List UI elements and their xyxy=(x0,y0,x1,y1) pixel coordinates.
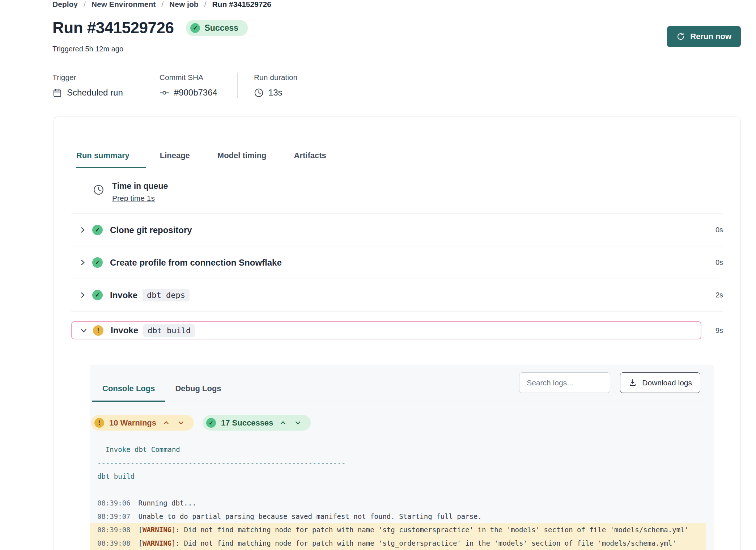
breadcrumb-deploy[interactable]: Deploy xyxy=(52,0,78,9)
meta-commit: Commit SHA #900b7364 xyxy=(143,73,237,98)
successes-count: 17 Successes xyxy=(221,418,273,428)
tab-lineage[interactable]: Lineage xyxy=(146,151,203,168)
run-tabs: Run summary Lineage Model timing Artifac… xyxy=(76,151,719,168)
log-line: 08:39:07Unable to do partial parsing bec… xyxy=(90,510,706,523)
meta-trigger-label: Trigger xyxy=(52,73,123,82)
step-invoke-dbt-deps[interactable]: ✓ Invoke dbt deps 2s xyxy=(71,279,723,312)
step-duration: 2s xyxy=(706,291,723,299)
meta-duration: Run duration 13s xyxy=(237,73,317,98)
step-title: Clone git repository xyxy=(110,225,192,235)
refresh-icon xyxy=(676,32,685,41)
check-circle-icon: ✓ xyxy=(190,23,200,33)
prep-time-link[interactable]: Prep time 1s xyxy=(112,194,155,203)
successes-prev-button[interactable] xyxy=(278,421,288,425)
tab-debug-logs[interactable]: Debug Logs xyxy=(165,384,231,402)
page-title: Run #341529726 xyxy=(52,19,174,37)
warnings-next-button[interactable] xyxy=(176,421,186,425)
log-timestamp: 08:39:08 xyxy=(97,539,131,547)
warnings-badge: ! 10 Warnings xyxy=(91,415,194,431)
log-command: dbt build xyxy=(90,470,714,483)
step-clone-git-repository[interactable]: ✓ Clone git repository 0s xyxy=(71,214,723,246)
meta-trigger: Trigger Scheduled run xyxy=(52,73,143,98)
download-icon xyxy=(628,378,637,387)
breadcrumb-separator: / xyxy=(204,0,207,9)
chevron-down-icon[interactable] xyxy=(81,328,93,333)
logs-panel: Download logs Console Logs Debug Logs ! … xyxy=(90,365,714,550)
step-title: Invoke xyxy=(111,325,138,335)
log-command-header: Invoke dbt Command xyxy=(90,443,714,456)
breadcrumb-run: Run #341529726 xyxy=(212,0,271,9)
breadcrumb-environment[interactable]: New Environment xyxy=(92,0,156,9)
breadcrumb: Deploy / New Environment / New job / Run… xyxy=(52,0,271,9)
clock-icon xyxy=(93,184,104,203)
step-command-chip: dbt build xyxy=(143,324,195,337)
status-badge-label: Success xyxy=(204,23,238,33)
triggered-timestamp: Triggered 5h 12m ago xyxy=(52,45,123,53)
log-message: Running dbt... xyxy=(139,499,196,507)
run-summary-card: Run summary Lineage Model timing Artifac… xyxy=(54,117,741,550)
step-create-profile[interactable]: ✓ Create profile from connection Snowfla… xyxy=(71,246,723,279)
download-logs-button[interactable]: Download logs xyxy=(620,372,700,393)
search-logs-input[interactable] xyxy=(519,372,610,393)
run-steps-list: ✓ Clone git repository 0s ✓ Create profi… xyxy=(71,214,723,349)
log-output[interactable]: Invoke dbt Command ---------------------… xyxy=(90,443,714,550)
warnings-count: 10 Warnings xyxy=(109,418,156,428)
tab-artifacts[interactable]: Artifacts xyxy=(281,151,340,168)
meta-trigger-value: Scheduled run xyxy=(67,88,123,98)
meta-commit-label: Commit SHA xyxy=(160,73,217,82)
breadcrumb-separator: / xyxy=(161,0,163,9)
success-check-icon: ✓ xyxy=(92,290,103,300)
success-check-icon: ✓ xyxy=(92,225,103,235)
time-in-queue-section: Time in queue Prep time 1s xyxy=(71,181,723,214)
time-in-queue-title: Time in queue xyxy=(112,181,168,191)
log-message: Did not find matching node for patch wit… xyxy=(184,539,676,547)
rerun-now-button[interactable]: Rerun now xyxy=(667,26,741,47)
step-command-chip: dbt deps xyxy=(143,289,190,301)
step-duration: 9s xyxy=(706,326,723,335)
run-detail-page: Deploy / New Environment / New job / Run… xyxy=(0,0,756,550)
meta-duration-label: Run duration xyxy=(254,73,297,82)
warnings-prev-button[interactable] xyxy=(161,421,171,425)
log-message: Unable to do partial parsing because sav… xyxy=(139,512,482,520)
step-title: Create profile from connection Snowflake xyxy=(110,258,282,268)
warning-icon: ! xyxy=(93,325,103,336)
successes-next-button[interactable] xyxy=(293,421,303,425)
warning-icon: ! xyxy=(94,418,104,428)
status-badge: ✓ Success xyxy=(186,20,247,36)
successes-badge: ✓ 17 Successes xyxy=(203,415,311,431)
commit-icon xyxy=(160,88,169,98)
tab-run-summary[interactable]: Run summary xyxy=(76,151,146,168)
log-timestamp: 08:39:08 xyxy=(97,526,131,534)
chevron-right-icon[interactable] xyxy=(80,259,92,266)
breadcrumb-job[interactable]: New job xyxy=(169,0,199,9)
log-timestamp: 08:39:07 xyxy=(97,512,131,520)
tab-console-logs[interactable]: Console Logs xyxy=(92,384,165,402)
rerun-now-label: Rerun now xyxy=(690,32,731,41)
warning-tag: [WARNING]: xyxy=(139,526,180,534)
meta-duration-value: 13s xyxy=(268,88,283,98)
chevron-right-icon[interactable] xyxy=(80,292,92,298)
calendar-icon xyxy=(52,88,62,98)
meta-commit-value: #900b7364 xyxy=(174,88,217,98)
chevron-right-icon[interactable] xyxy=(80,227,92,233)
step-title: Invoke xyxy=(110,290,137,300)
log-line: 08:39:06Running dbt... xyxy=(90,496,706,510)
success-check-icon: ✓ xyxy=(92,257,103,268)
breadcrumb-separator: / xyxy=(84,0,86,9)
step-duration: 0s xyxy=(706,258,723,267)
run-meta: Trigger Scheduled run Commit SHA xyxy=(52,73,317,98)
download-logs-label: Download logs xyxy=(642,378,692,387)
log-line-warning: 08:39:08[WARNING]: Did not find matching… xyxy=(90,537,706,550)
warning-tag: [WARNING]: xyxy=(139,539,180,547)
step-invoke-dbt-build[interactable]: ! Invoke dbt build 9s xyxy=(71,312,723,349)
log-divider: ----------------------------------------… xyxy=(90,456,714,470)
selected-step-outline[interactable]: ! Invoke dbt build xyxy=(71,321,701,339)
log-summary-badges: ! 10 Warnings ✓ 17 Successes xyxy=(91,415,714,431)
check-circle-icon: ✓ xyxy=(206,418,216,428)
clock-icon xyxy=(254,88,264,98)
tab-model-timing[interactable]: Model timing xyxy=(204,151,280,168)
log-line-warning: 08:39:08[WARNING]: Did not find matching… xyxy=(90,523,706,537)
step-duration: 0s xyxy=(706,226,723,234)
log-timestamp: 08:39:06 xyxy=(97,499,131,507)
log-message: Did not find matching node for patch wit… xyxy=(184,526,689,534)
